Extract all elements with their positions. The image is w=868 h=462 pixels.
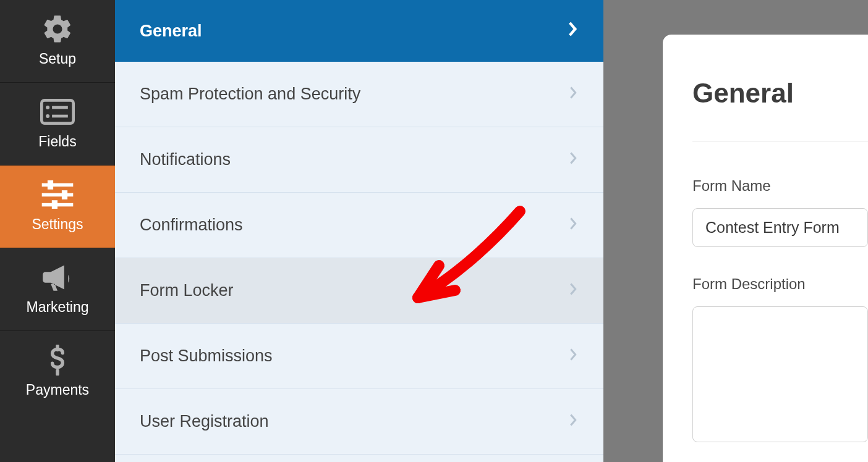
chevron-right-icon bbox=[568, 21, 577, 41]
form-description-textarea[interactable] bbox=[692, 306, 868, 442]
settings-item-label: Form Locker bbox=[140, 281, 234, 300]
content-panel: General Form Name Form Description bbox=[663, 35, 868, 462]
form-description-label: Form Description bbox=[692, 275, 868, 293]
svg-rect-4 bbox=[52, 115, 68, 118]
chevron-right-icon bbox=[569, 412, 577, 431]
chevron-right-icon bbox=[569, 346, 577, 366]
settings-item-label: Notifications bbox=[140, 150, 231, 169]
sidebar-item-payments[interactable]: Payments bbox=[0, 330, 115, 413]
sidebar-item-label: Fields bbox=[38, 133, 76, 150]
gear-icon bbox=[41, 11, 74, 47]
svg-rect-10 bbox=[52, 200, 57, 209]
svg-rect-9 bbox=[62, 190, 67, 200]
svg-point-1 bbox=[46, 106, 49, 109]
sidebar-item-label: Marketing bbox=[27, 299, 89, 316]
svg-rect-6 bbox=[42, 193, 74, 197]
form-name-input[interactable] bbox=[692, 208, 868, 247]
settings-item-general[interactable]: General bbox=[115, 0, 603, 62]
sidebar-item-label: Settings bbox=[32, 216, 83, 233]
settings-item-notifications[interactable]: Notifications bbox=[115, 127, 603, 193]
sidebar-item-setup[interactable]: Setup bbox=[0, 0, 115, 82]
dollar-icon bbox=[48, 342, 67, 378]
list-icon bbox=[40, 94, 75, 130]
svg-rect-2 bbox=[52, 106, 68, 109]
settings-item-user-registration[interactable]: User Registration bbox=[115, 389, 603, 455]
svg-point-3 bbox=[46, 114, 49, 118]
sidebar-item-label: Setup bbox=[39, 51, 76, 67]
settings-item-label: Spam Protection and Security bbox=[140, 85, 360, 104]
settings-item-confirmations[interactable]: Confirmations bbox=[115, 193, 603, 258]
settings-submenu: General Spam Protection and Security Not… bbox=[115, 0, 603, 462]
svg-rect-8 bbox=[48, 180, 53, 190]
megaphone-icon bbox=[41, 259, 74, 295]
content-backdrop: General Form Name Form Description bbox=[603, 0, 868, 462]
settings-item-post-submissions[interactable]: Post Submissions bbox=[115, 324, 603, 389]
settings-item-label: Post Submissions bbox=[140, 346, 273, 366]
form-name-label: Form Name bbox=[692, 177, 868, 195]
settings-item-label: General bbox=[140, 22, 202, 41]
sidebar-item-fields[interactable]: Fields bbox=[0, 82, 115, 165]
chevron-right-icon bbox=[569, 216, 577, 235]
chevron-right-icon bbox=[569, 150, 577, 169]
settings-item-form-locker[interactable]: Form Locker bbox=[115, 258, 603, 324]
settings-item-label: Confirmations bbox=[140, 216, 243, 235]
svg-rect-0 bbox=[41, 100, 73, 123]
sidebar-item-settings[interactable]: Settings bbox=[0, 165, 115, 248]
chevron-right-icon bbox=[569, 85, 577, 104]
settings-item-spam-protection[interactable]: Spam Protection and Security bbox=[115, 62, 603, 127]
page-title: General bbox=[692, 78, 868, 109]
divider bbox=[692, 141, 868, 141]
svg-rect-5 bbox=[42, 183, 74, 187]
sliders-icon bbox=[40, 177, 75, 212]
chevron-right-icon bbox=[569, 281, 577, 300]
sidebar-item-label: Payments bbox=[26, 382, 89, 398]
sidebar-item-marketing[interactable]: Marketing bbox=[0, 248, 115, 330]
main-sidebar: Setup Fields Settings Marketing Payments bbox=[0, 0, 115, 462]
settings-item-label: User Registration bbox=[140, 412, 269, 431]
